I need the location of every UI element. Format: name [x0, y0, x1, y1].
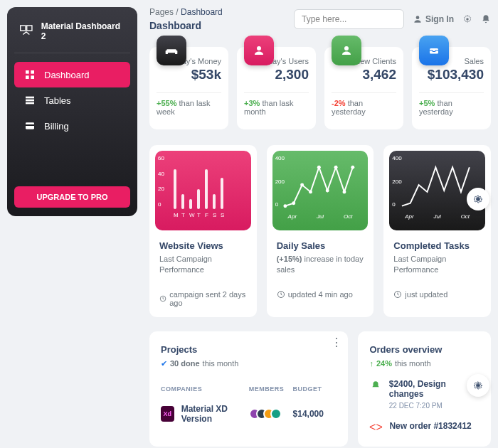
svg-rect-8 [26, 102, 34, 105]
svg-rect-1 [27, 26, 32, 31]
billing-icon [24, 120, 36, 132]
y-axis: 4002000 [275, 155, 285, 208]
x-axis: AprJulOct [395, 213, 480, 220]
stat-footer: +3% than lask month [244, 92, 309, 116]
bell-icon [369, 379, 381, 392]
topbar: Pages / Dashboard Dashboard Type here...… [149, 7, 491, 31]
check-icon: ✔ [161, 359, 167, 368]
chart-sales: 4002000 AprJulOct Daily Sales (+15%) inc… [267, 145, 374, 317]
svg-point-22 [300, 183, 304, 187]
svg-rect-15 [175, 50, 177, 54]
svg-point-32 [477, 384, 480, 387]
clock-icon [393, 290, 402, 299]
charts-row: 6040200 MTWTFSS Website Views Last Campa… [149, 145, 491, 317]
order-item: <> New order #1832412 [369, 421, 480, 434]
nav-dashboard-label: Dashboard [44, 70, 90, 80]
gear-icon[interactable] [462, 14, 472, 24]
chart-sub: Last Campaign Performance [393, 254, 481, 276]
table-head: COMPANIES MEMBERS BUDGET [161, 385, 337, 393]
svg-point-11 [416, 16, 420, 19]
stat-sales: Sales $103,430 +5% than yesterday [412, 47, 491, 129]
chart-sub: Last Campaign Performance [159, 254, 247, 276]
svg-point-16 [257, 46, 261, 50]
bar-chart: 6040200 MTWTFSS [155, 151, 251, 230]
code-icon: <> [369, 421, 382, 434]
y-axis: 6040200 [158, 155, 164, 208]
bottom-row: ⋮ Projects ✔30 done this month COMPANIES… [149, 331, 491, 447]
stat-value: 3,462 [332, 67, 396, 82]
stat-value: $103,430 [419, 67, 484, 82]
order-text: New order #1832412 [389, 421, 471, 431]
line-chart: 4002000 AprJulOct [272, 151, 369, 230]
main: Pages / Dashboard Dashboard Type here...… [149, 7, 491, 447]
svg-rect-5 [31, 75, 34, 79]
nav-tables-label: Tables [44, 95, 71, 106]
line-path [395, 156, 480, 213]
svg-rect-4 [26, 75, 29, 79]
clock-icon [277, 290, 285, 299]
svg-rect-18 [430, 48, 438, 54]
svg-point-21 [292, 201, 295, 205]
svg-point-12 [466, 18, 469, 21]
svg-point-24 [317, 166, 321, 169]
table-row: XdMaterial XD Version $14,000 [161, 404, 337, 424]
chart-views: 6040200 MTWTFSS Website Views Last Campa… [149, 145, 257, 317]
person-icon [332, 36, 361, 65]
stat-users: Today's Users 2,300 +3% than lask month [237, 47, 316, 129]
nav-billing[interactable]: Billing [14, 113, 130, 139]
upgrade-button[interactable]: UPGRADE TO PRO [14, 186, 130, 208]
svg-rect-3 [31, 70, 34, 74]
line-path [278, 156, 363, 213]
breadcrumb-wrap: Pages / Dashboard Dashboard [149, 7, 223, 31]
svg-point-17 [344, 46, 349, 50]
svg-rect-6 [26, 97, 34, 99]
clock-icon [159, 294, 166, 303]
svg-rect-7 [26, 100, 34, 102]
stat-footer: +55% than lask week [157, 92, 221, 116]
signin-label: Sign In [425, 14, 454, 24]
svg-rect-10 [26, 124, 34, 126]
orders-sub: ↑24% this month [369, 359, 480, 368]
more-icon[interactable]: ⋮ [331, 336, 342, 349]
chart-sub: (+15%) increase in today sales [277, 254, 364, 276]
settings-fab-2[interactable] [467, 374, 489, 397]
brand-text: Material Dashboard 2 [41, 21, 126, 41]
nav-tables[interactable]: Tables [14, 87, 130, 113]
row-company: XdMaterial XD Version [161, 404, 249, 424]
order-date: 22 DEC 7:20 PM [389, 402, 480, 410]
breadcrumb-root[interactable]: Pages [149, 7, 174, 17]
svg-point-25 [325, 188, 329, 192]
arrow-up-icon: ↑ [369, 359, 374, 368]
bars [174, 159, 245, 209]
chart-title: Website Views [159, 240, 247, 251]
search-input[interactable]: Type here... [294, 9, 404, 29]
settings-fab[interactable] [467, 188, 489, 210]
row-members [249, 408, 293, 420]
order-item: $2400, Design changes22 DEC 7:20 PM [369, 379, 480, 410]
dashboard-icon [24, 69, 36, 80]
gear-icon [472, 193, 484, 205]
stat-money: Today's Money $53k +55% than lask week [149, 47, 228, 129]
signin-button[interactable]: Sign In [413, 14, 454, 24]
svg-point-26 [334, 166, 337, 169]
tables-icon [24, 95, 36, 106]
inbox-icon [419, 36, 449, 65]
nav-dashboard[interactable]: Dashboard [14, 62, 130, 87]
chart-title: Completed Tasks [393, 240, 481, 251]
bell-icon[interactable] [481, 14, 491, 24]
chart-tasks: 4002000 AprJulOct Completed Tasks Last C… [383, 145, 491, 317]
chart-title: Daily Sales [277, 240, 364, 251]
th-companies: COMPANIES [161, 385, 249, 393]
stat-footer: -2% than yesterday [332, 92, 396, 116]
svg-point-27 [342, 190, 346, 193]
breadcrumb: Pages / Dashboard [149, 7, 223, 17]
nav: Dashboard Tables Billing [14, 62, 130, 139]
svg-rect-14 [166, 50, 168, 54]
breadcrumb-current: Dashboard [181, 7, 223, 17]
brand-icon [18, 23, 34, 39]
gear-icon [472, 380, 484, 391]
sidebar: Material Dashboard 2 Dashboard Tables Bi… [7, 7, 137, 216]
svg-rect-2 [26, 70, 29, 74]
couch-icon [157, 36, 186, 65]
projects-sub: ✔30 done this month [161, 359, 337, 368]
